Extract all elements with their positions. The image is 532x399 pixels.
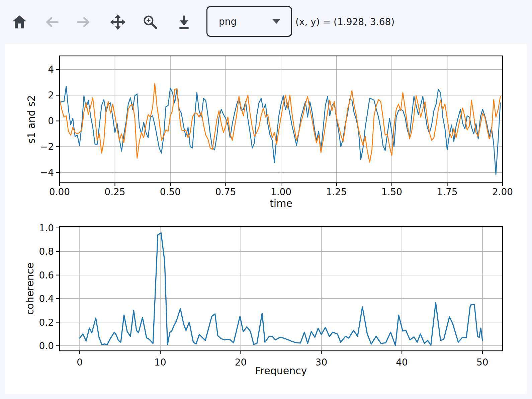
svg-text:1.25: 1.25 — [326, 186, 347, 197]
chart-coherence: 010203040500.00.20.40.60.81.0Frequencyco… — [24, 223, 503, 377]
svg-text:0.00: 0.00 — [49, 186, 70, 197]
back-arrow-icon — [44, 14, 60, 30]
svg-text:−4: −4 — [40, 167, 54, 178]
forward-button[interactable] — [75, 13, 92, 31]
svg-text:0.4: 0.4 — [39, 293, 54, 304]
figure-canvas[interactable]: 0.000.250.500.751.001.251.501.752.00−4−2… — [5, 44, 527, 394]
svg-text:0.50: 0.50 — [160, 186, 181, 197]
svg-text:0.8: 0.8 — [39, 246, 54, 257]
svg-text:1.50: 1.50 — [381, 186, 402, 197]
svg-text:2.00: 2.00 — [492, 186, 513, 197]
svg-text:time: time — [270, 197, 292, 209]
svg-text:0.75: 0.75 — [215, 186, 236, 197]
svg-text:30: 30 — [316, 357, 328, 368]
svg-text:1.75: 1.75 — [437, 186, 457, 197]
download-button[interactable] — [175, 13, 193, 31]
download-icon — [176, 14, 192, 30]
chart-signals: 0.000.250.500.751.001.251.501.752.00−4−2… — [25, 56, 513, 209]
svg-text:1.00: 1.00 — [271, 186, 291, 197]
svg-text:10: 10 — [154, 357, 166, 368]
svg-text:0.6: 0.6 — [39, 270, 54, 281]
svg-text:coherence: coherence — [24, 262, 36, 315]
back-button[interactable] — [43, 13, 61, 31]
svg-text:2: 2 — [48, 90, 54, 101]
svg-text:Frequency: Frequency — [255, 365, 307, 377]
svg-text:40: 40 — [396, 357, 408, 368]
svg-text:50: 50 — [476, 357, 489, 368]
pan-button[interactable] — [109, 13, 126, 31]
plot-toolbar: png (x, y) = (1.928, 3.68) — [0, 0, 532, 44]
format-select-value: png — [219, 16, 237, 27]
zoom-to-rect-button[interactable] — [142, 13, 159, 31]
svg-text:20: 20 — [235, 357, 247, 368]
home-button[interactable] — [11, 13, 28, 31]
pan-move-icon — [110, 14, 125, 30]
home-icon — [12, 14, 27, 30]
svg-text:1.0: 1.0 — [39, 223, 54, 234]
svg-text:s1 and s2: s1 and s2 — [25, 95, 37, 144]
svg-text:0.2: 0.2 — [39, 317, 54, 328]
svg-text:4: 4 — [48, 64, 54, 75]
chevron-down-icon — [272, 19, 280, 24]
svg-text:0: 0 — [77, 357, 83, 368]
cursor-coordinates-readout: (x, y) = (1.928, 3.68) — [295, 0, 394, 44]
svg-text:0: 0 — [48, 115, 54, 127]
zoom-magnifier-icon — [143, 14, 158, 30]
svg-text:0.0: 0.0 — [39, 340, 54, 351]
forward-arrow-icon — [76, 14, 91, 30]
svg-text:−2: −2 — [40, 141, 54, 152]
format-select[interactable]: png — [206, 6, 292, 37]
svg-text:0.25: 0.25 — [104, 186, 125, 197]
